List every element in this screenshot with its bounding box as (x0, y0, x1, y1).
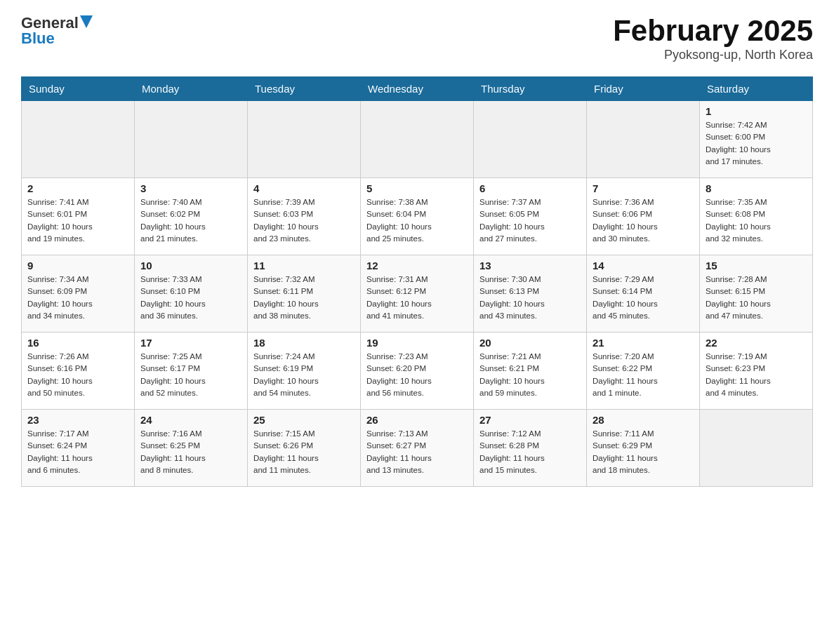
calendar-cell: 11Sunrise: 7:32 AM Sunset: 6:11 PM Dayli… (248, 255, 361, 333)
day-number: 2 (27, 182, 128, 194)
column-header-sunday: Sunday (22, 77, 135, 101)
day-number: 5 (366, 182, 468, 194)
calendar-cell: 18Sunrise: 7:24 AM Sunset: 6:19 PM Dayli… (248, 333, 361, 410)
day-info: Sunrise: 7:35 AM Sunset: 6:08 PM Dayligh… (706, 196, 807, 245)
calendar-cell: 4Sunrise: 7:39 AM Sunset: 6:03 PM Daylig… (248, 178, 361, 255)
day-info: Sunrise: 7:16 AM Sunset: 6:25 PM Dayligh… (140, 428, 241, 476)
logo-text-blue: Blue (21, 29, 55, 48)
day-info: Sunrise: 7:23 AM Sunset: 6:20 PM Dayligh… (366, 351, 468, 399)
calendar-cell (135, 101, 248, 178)
day-number: 7 (593, 182, 694, 194)
day-number: 18 (253, 337, 355, 349)
page-header: General Blue February 2025 Pyoksong-up, … (21, 14, 813, 62)
calendar-cell: 7Sunrise: 7:36 AM Sunset: 6:06 PM Daylig… (587, 178, 700, 255)
day-info: Sunrise: 7:33 AM Sunset: 6:10 PM Dayligh… (140, 274, 241, 322)
day-info: Sunrise: 7:25 AM Sunset: 6:17 PM Dayligh… (140, 351, 241, 399)
day-number: 19 (366, 337, 468, 349)
column-header-tuesday: Tuesday (248, 77, 361, 101)
day-number: 4 (253, 182, 355, 194)
calendar-cell (22, 101, 135, 178)
day-info: Sunrise: 7:12 AM Sunset: 6:28 PM Dayligh… (479, 428, 581, 476)
day-info: Sunrise: 7:17 AM Sunset: 6:24 PM Dayligh… (27, 428, 128, 476)
day-info: Sunrise: 7:29 AM Sunset: 6:14 PM Dayligh… (593, 274, 694, 322)
day-info: Sunrise: 7:42 AM Sunset: 6:00 PM Dayligh… (706, 119, 807, 168)
day-info: Sunrise: 7:13 AM Sunset: 6:27 PM Dayligh… (366, 428, 468, 476)
column-header-monday: Monday (135, 77, 248, 101)
logo: General Blue (21, 14, 93, 48)
day-number: 14 (593, 260, 694, 271)
day-info: Sunrise: 7:20 AM Sunset: 6:22 PM Dayligh… (593, 351, 694, 399)
day-info: Sunrise: 7:19 AM Sunset: 6:23 PM Dayligh… (706, 351, 807, 399)
calendar-cell: 14Sunrise: 7:29 AM Sunset: 6:14 PM Dayli… (587, 255, 700, 333)
day-info: Sunrise: 7:28 AM Sunset: 6:15 PM Dayligh… (706, 274, 807, 322)
day-info: Sunrise: 7:38 AM Sunset: 6:04 PM Dayligh… (366, 196, 468, 245)
calendar-cell: 20Sunrise: 7:21 AM Sunset: 6:21 PM Dayli… (474, 333, 587, 410)
day-number: 1 (706, 105, 807, 117)
calendar-cell: 3Sunrise: 7:40 AM Sunset: 6:02 PM Daylig… (135, 178, 248, 255)
calendar-cell: 8Sunrise: 7:35 AM Sunset: 6:08 PM Daylig… (700, 178, 813, 255)
calendar-cell: 19Sunrise: 7:23 AM Sunset: 6:20 PM Dayli… (361, 333, 474, 410)
calendar-cell: 10Sunrise: 7:33 AM Sunset: 6:10 PM Dayli… (135, 255, 248, 333)
svg-marker-0 (80, 15, 93, 28)
day-info: Sunrise: 7:11 AM Sunset: 6:29 PM Dayligh… (593, 428, 694, 476)
calendar-week-row: 23Sunrise: 7:17 AM Sunset: 6:24 PM Dayli… (22, 410, 813, 487)
calendar-week-row: 2Sunrise: 7:41 AM Sunset: 6:01 PM Daylig… (22, 178, 813, 255)
location-title: Pyoksong-up, North Korea (613, 48, 813, 62)
day-number: 22 (706, 337, 807, 349)
calendar-header-row: SundayMondayTuesdayWednesdayThursdayFrid… (22, 77, 813, 101)
day-number: 23 (27, 414, 128, 426)
day-info: Sunrise: 7:30 AM Sunset: 6:13 PM Dayligh… (479, 274, 581, 322)
day-number: 13 (479, 260, 581, 271)
calendar-cell (361, 101, 474, 178)
day-number: 11 (253, 260, 355, 271)
calendar-week-row: 1Sunrise: 7:42 AM Sunset: 6:00 PM Daylig… (22, 101, 813, 178)
calendar-cell: 16Sunrise: 7:26 AM Sunset: 6:16 PM Dayli… (22, 333, 135, 410)
day-number: 9 (27, 260, 128, 271)
calendar-cell: 9Sunrise: 7:34 AM Sunset: 6:09 PM Daylig… (22, 255, 135, 333)
day-number: 12 (366, 260, 468, 271)
calendar-cell (248, 101, 361, 178)
day-info: Sunrise: 7:24 AM Sunset: 6:19 PM Dayligh… (253, 351, 355, 399)
column-header-wednesday: Wednesday (361, 77, 474, 101)
calendar-cell: 28Sunrise: 7:11 AM Sunset: 6:29 PM Dayli… (587, 410, 700, 487)
day-number: 3 (140, 182, 241, 194)
calendar-week-row: 9Sunrise: 7:34 AM Sunset: 6:09 PM Daylig… (22, 255, 813, 333)
calendar-cell: 2Sunrise: 7:41 AM Sunset: 6:01 PM Daylig… (22, 178, 135, 255)
day-info: Sunrise: 7:39 AM Sunset: 6:03 PM Dayligh… (253, 196, 355, 245)
logo-triangle-icon (80, 15, 93, 28)
day-info: Sunrise: 7:21 AM Sunset: 6:21 PM Dayligh… (479, 351, 581, 399)
day-info: Sunrise: 7:41 AM Sunset: 6:01 PM Dayligh… (27, 196, 128, 245)
day-number: 16 (27, 337, 128, 349)
calendar-cell (587, 101, 700, 178)
day-info: Sunrise: 7:32 AM Sunset: 6:11 PM Dayligh… (253, 274, 355, 322)
day-info: Sunrise: 7:31 AM Sunset: 6:12 PM Dayligh… (366, 274, 468, 322)
calendar-cell: 6Sunrise: 7:37 AM Sunset: 6:05 PM Daylig… (474, 178, 587, 255)
day-number: 28 (593, 414, 694, 426)
day-number: 25 (253, 414, 355, 426)
calendar-cell: 25Sunrise: 7:15 AM Sunset: 6:26 PM Dayli… (248, 410, 361, 487)
calendar-table: SundayMondayTuesdayWednesdayThursdayFrid… (21, 76, 813, 487)
day-info: Sunrise: 7:40 AM Sunset: 6:02 PM Dayligh… (140, 196, 241, 245)
column-header-friday: Friday (587, 77, 700, 101)
day-number: 6 (479, 182, 581, 194)
day-number: 8 (706, 182, 807, 194)
calendar-week-row: 16Sunrise: 7:26 AM Sunset: 6:16 PM Dayli… (22, 333, 813, 410)
calendar-cell: 26Sunrise: 7:13 AM Sunset: 6:27 PM Dayli… (361, 410, 474, 487)
calendar-cell: 17Sunrise: 7:25 AM Sunset: 6:17 PM Dayli… (135, 333, 248, 410)
day-number: 24 (140, 414, 241, 426)
day-number: 10 (140, 260, 241, 271)
calendar-cell: 27Sunrise: 7:12 AM Sunset: 6:28 PM Dayli… (474, 410, 587, 487)
day-number: 27 (479, 414, 581, 426)
calendar-cell: 24Sunrise: 7:16 AM Sunset: 6:25 PM Dayli… (135, 410, 248, 487)
day-info: Sunrise: 7:26 AM Sunset: 6:16 PM Dayligh… (27, 351, 128, 399)
column-header-saturday: Saturday (700, 77, 813, 101)
calendar-cell: 23Sunrise: 7:17 AM Sunset: 6:24 PM Dayli… (22, 410, 135, 487)
calendar-cell: 5Sunrise: 7:38 AM Sunset: 6:04 PM Daylig… (361, 178, 474, 255)
calendar-cell: 1Sunrise: 7:42 AM Sunset: 6:00 PM Daylig… (700, 101, 813, 178)
day-info: Sunrise: 7:34 AM Sunset: 6:09 PM Dayligh… (27, 274, 128, 322)
calendar-cell: 22Sunrise: 7:19 AM Sunset: 6:23 PM Dayli… (700, 333, 813, 410)
day-number: 26 (366, 414, 468, 426)
calendar-cell: 15Sunrise: 7:28 AM Sunset: 6:15 PM Dayli… (700, 255, 813, 333)
day-info: Sunrise: 7:36 AM Sunset: 6:06 PM Dayligh… (593, 196, 694, 245)
calendar-cell: 12Sunrise: 7:31 AM Sunset: 6:12 PM Dayli… (361, 255, 474, 333)
